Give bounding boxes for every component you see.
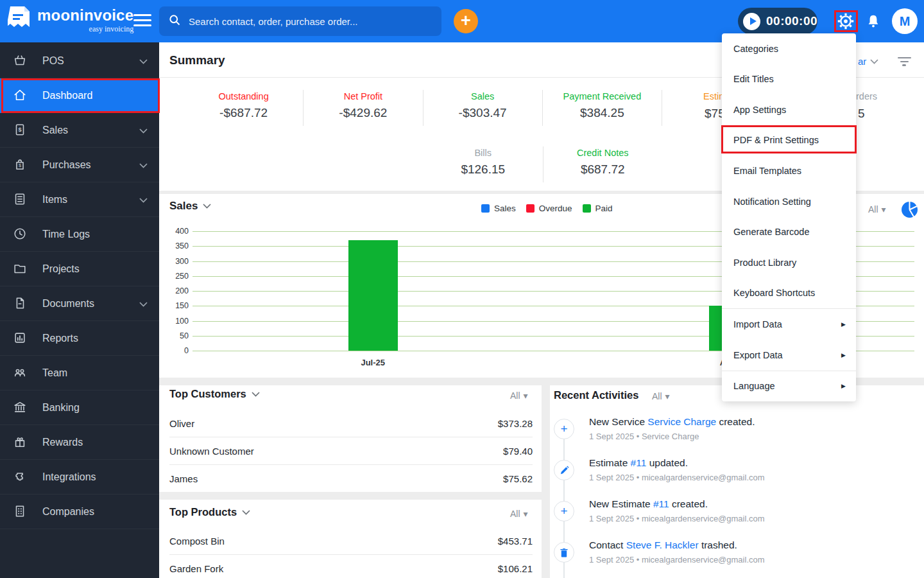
activity-link[interactable]: Service Charge [647, 416, 716, 427]
menu-item-categories[interactable]: Categories [722, 33, 856, 64]
card-gap [159, 492, 542, 500]
card-gap [542, 385, 550, 578]
chevron-down-icon [139, 55, 148, 67]
svg-text:$: $ [18, 127, 21, 133]
top-customer-row[interactable]: James$75.62 [169, 465, 533, 493]
brand-tagline: easy invoicing [37, 24, 133, 34]
global-search [159, 6, 441, 36]
sidebar-item-purchases[interactable]: $Purchases [0, 148, 159, 182]
activity-link[interactable]: Steve F. Hackler [626, 539, 699, 550]
puzzle-icon [13, 469, 28, 485]
menu-item-language[interactable]: Language▶ [722, 371, 856, 401]
sidebar-nav: POSDashboard$Sales$PurchasesItemsTime Lo… [0, 42, 159, 578]
sidebar-item-integrations[interactable]: Integrations [0, 460, 159, 495]
legend-item-overdue: Overdue [526, 204, 572, 213]
bank-icon [13, 400, 28, 416]
sidebar-item-time-logs[interactable]: Time Logs [0, 217, 159, 252]
sidebar-item-team[interactable]: Team [0, 356, 159, 390]
summary-stat-net-profit: Net Profit-$429.62 [304, 90, 423, 126]
invoice-icon: $ [13, 123, 28, 138]
activity-plus-icon: + [554, 419, 574, 439]
timer-widget[interactable]: 00:00:00 [738, 8, 817, 35]
sidebar-item-sales[interactable]: $Sales [0, 113, 159, 148]
activity-meta: 1 Sept 2025 • micealgardenservice@gmail.… [589, 555, 765, 565]
menu-item-email-templates[interactable]: Email Templates [722, 155, 856, 186]
timer-value: 00:00:00 [766, 14, 817, 28]
top-products-title[interactable]: Top Products [169, 506, 250, 518]
dropdown-arrow-icon: ▾ [524, 509, 528, 519]
top-product-row[interactable]: Garden Fork$106.21 [169, 555, 533, 578]
menu-item-edit-titles[interactable]: Edit Titles [722, 64, 856, 94]
sidebar-item-companies[interactable]: Companies [0, 495, 159, 529]
activity-item: +New Service Service Charge created.1 Se… [554, 412, 916, 453]
chevron-down-icon [870, 59, 878, 64]
y-axis-tick: 300 [160, 257, 189, 266]
recent-activities-filter[interactable]: All▾ [652, 391, 670, 401]
quick-add-button[interactable]: + [454, 9, 478, 33]
chevron-down-icon [139, 194, 148, 206]
menu-item-import-data[interactable]: Import Data▶ [722, 309, 856, 339]
top-customer-row[interactable]: Oliver$373.28 [169, 410, 533, 437]
sidebar-item-banking[interactable]: Banking [0, 390, 159, 425]
activity-meta: 1 Sept 2025 • Service Charge [589, 432, 699, 441]
search-icon [168, 13, 181, 29]
sidebar-item-documents[interactable]: Documents [0, 286, 159, 321]
building-icon [13, 504, 28, 520]
top-customers-filter[interactable]: All▾ [510, 390, 528, 401]
top-product-row[interactable]: Compost Bin$453.71 [169, 527, 533, 555]
filter-icon[interactable] [897, 57, 911, 67]
activity-pencil-icon [554, 460, 574, 480]
sidebar-item-reports[interactable]: Reports [0, 321, 159, 356]
chevron-down-icon [139, 125, 148, 136]
top-products-filter[interactable]: All▾ [510, 509, 528, 519]
notifications-bell-icon[interactable] [863, 11, 884, 31]
sidebar-item-items[interactable]: Items [0, 182, 159, 217]
settings-gear-icon[interactable] [835, 11, 856, 31]
sidebar-item-projects[interactable]: Projects [0, 252, 159, 286]
y-axis-tick: 250 [160, 272, 189, 281]
chart-icon [13, 331, 28, 346]
activity-item: +New Estimate #11 created.1 Sept 2025 • … [554, 495, 916, 536]
activity-meta: 1 Sept 2025 • micealgardenservice@gmail.… [589, 473, 765, 482]
summary-stat-bills: Bills$126.15 [424, 146, 543, 182]
y-axis-tick: 150 [160, 301, 189, 310]
activity-link[interactable]: #11 [631, 457, 647, 468]
top-customer-row[interactable]: Unknown Customer$79.40 [169, 437, 533, 465]
folder-icon [13, 261, 28, 277]
gift-icon [13, 435, 28, 450]
home-icon [13, 88, 28, 103]
activity-item: Contact Steve F. Hackler trashed.1 Sept … [554, 536, 916, 577]
sidebar-item-pos[interactable]: POS [0, 44, 159, 78]
chart-title[interactable]: Sales [169, 200, 211, 213]
sidebar-item-dashboard[interactable]: Dashboard [0, 78, 159, 113]
file-icon [13, 296, 28, 311]
chart-bar-Jul-25 [348, 240, 398, 351]
submenu-arrow-icon: ▶ [841, 383, 846, 389]
top-customers-title[interactable]: Top Customers [169, 388, 260, 400]
pie-chart-toggle-icon[interactable] [901, 201, 918, 218]
activity-link[interactable]: #11 [653, 498, 669, 509]
settings-dropdown-menu: CategoriesEdit TitlesApp SettingsPDF & P… [722, 33, 856, 401]
chevron-down-icon [203, 204, 211, 209]
hamburger-menu-icon[interactable] [133, 14, 151, 28]
play-icon[interactable] [743, 13, 760, 30]
menu-item-keyboard-shortcuts[interactable]: Keyboard Shortcuts [722, 278, 856, 308]
menu-item-app-settings[interactable]: App Settings [722, 94, 856, 125]
legend-item-sales: Sales [481, 204, 516, 213]
menu-item-pdf-print-settings[interactable]: PDF & Print Settings [722, 125, 856, 155]
menu-item-export-data[interactable]: Export Data▶ [722, 340, 856, 370]
summary-stat-outstanding: Outstanding-$687.72 [184, 90, 304, 126]
sidebar-item-rewards[interactable]: Rewards [0, 425, 159, 460]
menu-item-generate-barcode[interactable]: Generate Barcode [722, 217, 856, 247]
chevron-down-icon [252, 392, 260, 397]
user-avatar[interactable]: M [892, 8, 918, 34]
period-selector[interactable]: ar [858, 56, 878, 67]
summary-stat-sales: Sales-$303.47 [424, 90, 543, 126]
chevron-down-icon [139, 159, 148, 171]
search-input[interactable] [187, 15, 432, 28]
menu-item-notification-setting[interactable]: Notification Setting [722, 186, 856, 216]
dropdown-arrow-icon: ▾ [665, 391, 670, 401]
chart-filter-select[interactable]: All▾ [868, 204, 886, 215]
brand-logo[interactable]: mooninvoice easy invoicing [8, 5, 133, 36]
menu-item-product-library[interactable]: Product Library [722, 247, 856, 277]
